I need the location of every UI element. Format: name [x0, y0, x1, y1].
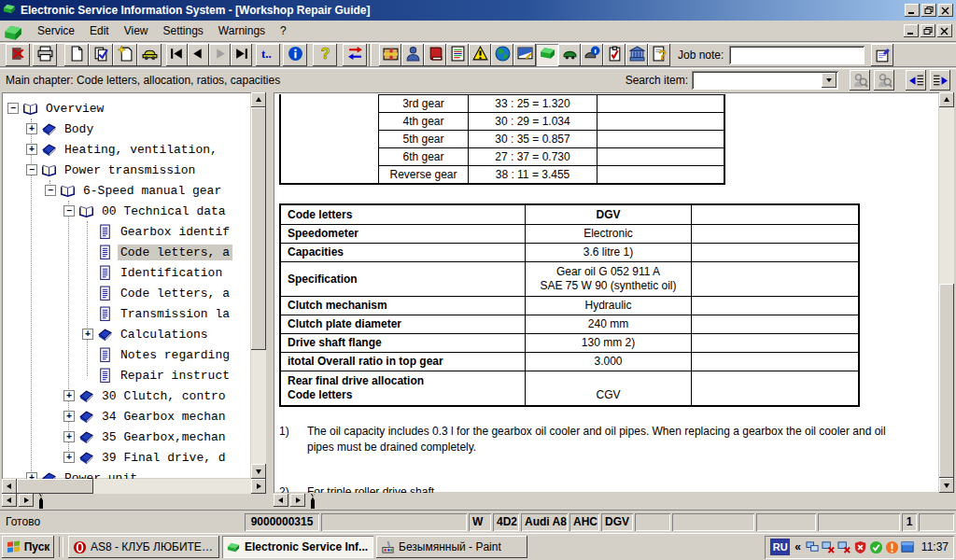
tree-item[interactable]: +34 Gearbox mechan	[2, 406, 251, 427]
tree-expander[interactable]: −	[26, 164, 37, 175]
shield-error-icon[interactable]	[853, 540, 867, 554]
tree-item-label[interactable]: Gearbox identif	[118, 224, 232, 240]
title-bar[interactable]: Electronic Service Information System - …	[0, 0, 956, 21]
globe-button[interactable]	[491, 44, 513, 66]
job-note-input[interactable]	[729, 46, 865, 64]
scroll-up-button[interactable]	[939, 92, 954, 107]
tree-expander[interactable]: −	[45, 185, 56, 196]
flag-note-button[interactable]	[513, 44, 536, 66]
menu-view[interactable]: View	[117, 22, 156, 39]
scroll-down-button[interactable]	[251, 464, 266, 479]
tree-expander[interactable]: +	[63, 452, 75, 463]
copy-check-button[interactable]	[89, 44, 113, 66]
menu-?[interactable]: ?	[273, 22, 294, 39]
new-document-button[interactable]	[64, 44, 89, 66]
blue-window-icon[interactable]	[901, 540, 915, 554]
tray-overflow-chevron[interactable]: «	[793, 540, 803, 553]
tree-item[interactable]: −00 Technical data	[2, 201, 251, 221]
history-button[interactable]: t..	[256, 44, 280, 66]
tree-item[interactable]: +Heating, ventilation,	[2, 139, 251, 160]
scrollbar-thumb[interactable]	[251, 107, 266, 350]
scrollbar-thumb[interactable]	[17, 479, 93, 494]
tree-item[interactable]: Identification	[2, 262, 251, 283]
tree-expander[interactable]: +	[63, 390, 75, 401]
nav-last-button[interactable]	[231, 44, 252, 66]
tab-scroll-right-button[interactable]	[290, 494, 305, 507]
scroll-up-button[interactable]	[251, 92, 266, 107]
scroll-down-button[interactable]	[939, 478, 954, 493]
tree-item-label[interactable]: 00 Technical data	[99, 203, 229, 219]
tree-item-label[interactable]: Identification	[118, 265, 225, 281]
tree-item[interactable]: Code letters, a	[2, 242, 251, 262]
tree-horizontal-scrollbar[interactable]	[2, 479, 266, 494]
tree-item[interactable]: −Overview	[2, 98, 251, 119]
computer-error-icon[interactable]	[822, 540, 836, 554]
tree-item-label[interactable]: Body	[62, 121, 96, 137]
tree-item[interactable]: Gearbox identif	[2, 221, 251, 242]
tree-item-label[interactable]: 34 Gearbox mechan	[99, 409, 229, 425]
tree-item[interactable]: −Power transmission	[2, 160, 251, 180]
tree-expander[interactable]: +	[63, 431, 75, 442]
tree-item-label[interactable]: Power transmission	[62, 162, 198, 178]
question-doc-button[interactable]: ?	[648, 44, 670, 66]
tree-expander[interactable]: +	[26, 144, 37, 155]
tree-item[interactable]: Notes regarding	[2, 344, 251, 365]
overview-tab[interactable]: Overview	[39, 494, 43, 509]
tree-item[interactable]: +30 Clutch, contro	[2, 385, 251, 406]
tree-item-label[interactable]: Calculations	[118, 327, 211, 343]
computer-error2-icon[interactable]	[837, 540, 851, 554]
swap-arrows-button[interactable]	[343, 44, 367, 66]
tree-expander[interactable]: −	[63, 205, 75, 217]
tab-scroll-right-button[interactable]	[19, 494, 34, 507]
tree-item[interactable]: Repair instruct	[2, 365, 251, 385]
tree-item[interactable]: +39 Final drive, d	[2, 447, 251, 468]
tree-item-label[interactable]: 6-Speed manual gear	[80, 183, 224, 199]
list-arrow-right-button[interactable]	[930, 70, 950, 91]
menu-edit[interactable]: Edit	[82, 22, 117, 39]
tree-item-label[interactable]: Power unit	[62, 470, 140, 480]
bank-button[interactable]	[626, 44, 648, 66]
package-button[interactable]	[379, 44, 401, 66]
scrollbar-thumb[interactable]	[939, 284, 954, 478]
list-page-button[interactable]	[446, 44, 469, 66]
tree-item[interactable]: +Power unit	[2, 468, 251, 479]
tab-scroll-left-button[interactable]	[274, 494, 288, 507]
tree-item-label[interactable]: Notes regarding	[118, 347, 232, 363]
language-indicator[interactable]: RU	[770, 539, 790, 555]
menu-service[interactable]: Service	[30, 22, 82, 39]
menu-settings[interactable]: Settings	[156, 22, 211, 39]
nav-first-button[interactable]	[166, 44, 188, 66]
tree-vertical-scrollbar[interactable]	[251, 92, 266, 479]
mdi-restore-button[interactable]	[921, 24, 935, 37]
red-book-button[interactable]	[424, 44, 446, 66]
tree-item-label[interactable]: Heating, ventilation,	[62, 142, 220, 158]
tree-item-label[interactable]: 35 Gearbox,mechan	[99, 429, 229, 445]
tab-scroll-left-button[interactable]	[2, 494, 17, 507]
tree-item[interactable]: −6-Speed manual gear	[2, 180, 251, 201]
search-person-next-button[interactable]	[874, 70, 894, 91]
checklist-button[interactable]	[603, 44, 626, 66]
tree-expander[interactable]: +	[26, 123, 37, 134]
document-vertical-scrollbar[interactable]	[939, 92, 954, 493]
tree-item-label[interactable]: Code letters, a	[118, 286, 232, 301]
restore-button[interactable]	[921, 4, 936, 17]
mdi-close-button[interactable]	[937, 24, 952, 37]
scroll-right-button[interactable]	[251, 479, 266, 494]
tree-item[interactable]: Transmission la	[2, 303, 251, 324]
tree-item-label[interactable]: Overview	[43, 101, 106, 117]
person-button[interactable]	[401, 44, 424, 66]
search-person-button[interactable]	[850, 70, 870, 91]
green-check-icon[interactable]	[869, 540, 883, 554]
list-arrow-left-button[interactable]	[906, 70, 926, 91]
car-button[interactable]	[137, 44, 162, 66]
nav-prev-button[interactable]	[188, 44, 209, 66]
warning-button[interactable]	[469, 44, 491, 66]
nav-next-button[interactable]	[209, 44, 231, 66]
close-button[interactable]	[938, 4, 953, 17]
document-tab[interactable]: Document	[311, 494, 315, 509]
minimize-button[interactable]	[905, 4, 920, 17]
new-note-button[interactable]	[113, 44, 137, 66]
menu-warnings[interactable]: Warnings	[211, 22, 273, 39]
tree-item[interactable]: +Calculations	[2, 324, 251, 344]
tree-item-label[interactable]: Transmission la	[118, 306, 232, 322]
